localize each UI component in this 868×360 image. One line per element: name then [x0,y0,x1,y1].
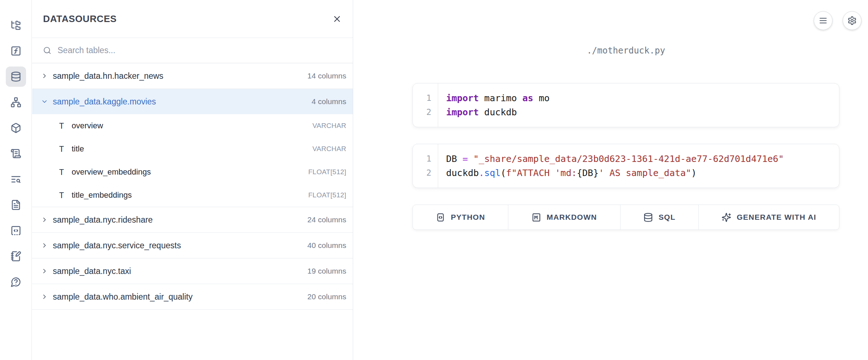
file-text-icon[interactable] [6,195,26,215]
menu-icon[interactable] [814,11,833,30]
table-columns: ToverviewVARCHARTtitleVARCHARToverview_e… [32,114,353,207]
line-number: 2 [413,105,431,119]
add-cell-sql-button[interactable]: SQL [621,205,699,230]
folder-tree-icon[interactable] [6,15,26,35]
add-cell-markdown-button[interactable]: MARKDOWN [508,205,621,230]
table-name: sample_data.nyc.service_requests [53,241,303,250]
table-name: sample_data.nyc.taxi [53,266,303,276]
help-chat-icon[interactable] [6,272,26,292]
column-type: FLOAT[512] [308,168,346,176]
notebook-actions [814,11,861,30]
add-cell-button-label: SQL [659,213,676,222]
add-cell-python-button[interactable]: PYTHON [413,205,508,230]
chevron-right-icon [41,72,48,80]
table-row[interactable]: sample_data.nyc.service_requests40 colum… [32,233,353,258]
database-icon [643,213,653,222]
scroll-text-icon[interactable] [6,143,26,164]
marimo-app: DATASOURCES sample_data.hn.hacker_news14… [0,0,868,360]
table-name: sample_data.kaggle.movies [53,97,307,107]
chevron-right-icon [41,216,48,223]
line-number: 1 [413,152,431,166]
column-name: overview_embeddings [72,167,302,177]
sparkles-icon [721,213,731,222]
chevron-right-icon [41,242,48,249]
package-icon[interactable] [6,118,26,138]
cell-code: DB = "_share/sample_data/23b0d623-1361-4… [438,144,787,188]
table-group: sample_data.hn.hacker_news14 columns [32,63,353,89]
settings-gear-icon[interactable] [843,11,861,30]
code-cell[interactable]: 12DB = "_share/sample_data/23b0d623-1361… [412,144,839,188]
database-icon[interactable] [6,67,26,87]
code-line: duckdb.sql(f"ATTACH 'md:{DB}' AS sample_… [446,166,784,180]
table-column-count: 20 columns [308,292,346,301]
search-row [32,38,353,63]
table-row[interactable]: sample_data.hn.hacker_news14 columns [32,63,353,89]
chevron-right-icon [41,267,48,275]
scratchpad-icon[interactable] [6,246,26,266]
column-row[interactable]: Toverview_embeddingsFLOAT[512] [32,160,353,184]
code-cell[interactable]: 12import marimo as moimport duckdb [412,83,839,127]
chevron-right-icon [41,267,48,275]
add-cell-generate-with-ai-button[interactable]: GENERATE WITH AI [699,205,839,230]
table-row[interactable]: sample_data.nyc.taxi19 columns [32,258,353,284]
notebook-filename: ./motherduck.py [412,46,839,56]
chevron-right-icon [41,293,48,300]
cell-gutter: 12 [413,83,438,127]
cells: 12import marimo as moimport duckdb12DB =… [412,83,839,188]
notebook-area: ./motherduck.py 12import marimo as moimp… [353,0,868,360]
markdown-icon [532,213,541,222]
text-type-icon: T [58,168,65,177]
table-column-count: 4 columns [312,97,346,106]
code-line: import duckdb [446,105,550,119]
text-type-icon: T [58,121,65,130]
column-name: overview [72,121,306,130]
column-type: VARCHAR [312,122,346,130]
line-number: 1 [413,91,431,105]
table-group: sample_data.nyc.rideshare24 columns [32,207,353,233]
add-cell-button-label: PYTHON [451,213,485,222]
helper-panel-rail [0,0,32,360]
chevron-down-icon [41,98,48,105]
notebook-content: ./motherduck.py 12import marimo as moimp… [412,0,839,230]
table-row[interactable]: sample_data.kaggle.movies4 columns [32,89,353,114]
code-line: DB = "_share/sample_data/23b0d623-1361-4… [446,152,784,166]
table-column-count: 24 columns [308,215,346,224]
chevron-right-icon [41,293,48,300]
add-cell-button-label: MARKDOWN [547,213,597,222]
column-row[interactable]: Ttitle_embeddingsFLOAT[512] [32,184,353,207]
datasources-panel: DATASOURCES sample_data.hn.hacker_news14… [32,0,353,360]
table-row[interactable]: sample_data.who.ambient_air_quality20 co… [32,284,353,309]
dependency-graph-icon[interactable] [6,92,26,112]
column-row[interactable]: TtitleVARCHAR [32,137,353,160]
search-input[interactable] [58,46,342,55]
column-type: FLOAT[512] [308,191,346,199]
table-column-count: 14 columns [308,72,346,80]
text-type-icon: T [58,191,65,200]
table-group: sample_data.nyc.service_requests40 colum… [32,233,353,258]
table-column-count: 19 columns [308,267,346,275]
column-name: title_embeddings [72,190,302,200]
table-name: sample_data.hn.hacker_news [53,71,303,81]
panel-header: DATASOURCES [32,0,353,38]
chevron-down-icon [41,98,48,105]
chevron-right-icon [41,242,48,249]
python-code-icon [436,213,445,222]
table-group: sample_data.nyc.taxi19 columns [32,258,353,284]
search-icon [43,46,51,55]
chevron-right-icon [41,216,48,223]
tables-list: sample_data.hn.hacker_news14 columnssamp… [32,63,353,310]
list-search-icon[interactable] [6,169,26,189]
table-group: sample_data.who.ambient_air_quality20 co… [32,284,353,310]
table-row[interactable]: sample_data.nyc.rideshare24 columns [32,207,353,232]
chevron-right-icon [41,72,48,80]
line-number: 2 [413,166,431,180]
table-group: sample_data.kaggle.movies4 columnsToverv… [32,89,353,207]
column-row[interactable]: ToverviewVARCHAR [32,114,353,137]
function-square-icon[interactable] [6,41,26,61]
table-name: sample_data.nyc.rideshare [53,215,303,225]
table-column-count: 40 columns [308,241,346,250]
code-snippet-icon[interactable] [6,220,26,241]
text-type-icon: T [58,145,65,154]
close-icon[interactable] [330,12,344,26]
column-type: VARCHAR [312,145,346,153]
